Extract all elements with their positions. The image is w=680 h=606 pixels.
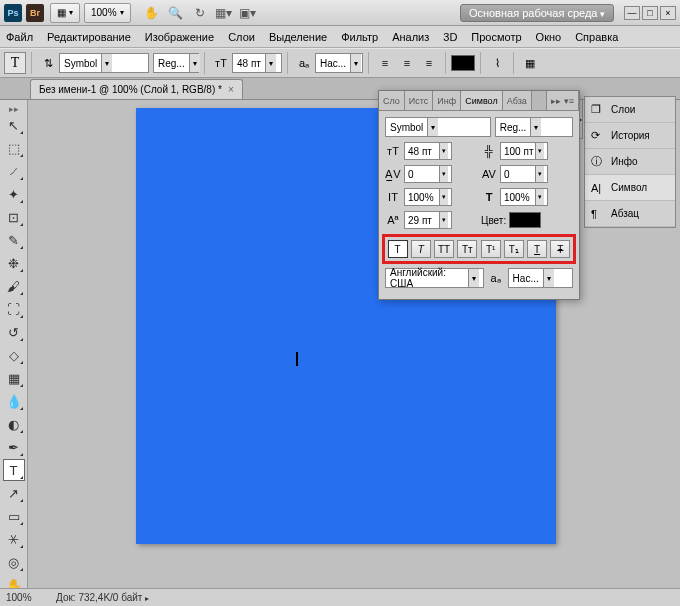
- text-orientation-toggle[interactable]: ⇅: [37, 53, 59, 73]
- font-style-select[interactable]: Reg...: [153, 53, 199, 73]
- panel-font-size[interactable]: 48 пт: [404, 142, 452, 160]
- panel-tab-history[interactable]: Истс: [405, 91, 434, 110]
- panel-icon: ⟳: [591, 129, 605, 142]
- style-underline-button[interactable]: T: [527, 240, 547, 258]
- menu-analysis[interactable]: Анализ: [392, 31, 429, 43]
- view-extras-dropdown[interactable]: ▦: [50, 3, 80, 23]
- canvas-area[interactable]: [28, 100, 680, 588]
- hand-tool-icon[interactable]: ✋: [141, 3, 163, 23]
- tool-blur[interactable]: 💧: [3, 390, 25, 412]
- tool-wand[interactable]: ✦: [3, 183, 25, 205]
- tool-path-sel[interactable]: ↗: [3, 482, 25, 504]
- toolbox-collapse-icon[interactable]: ▸▸: [9, 104, 19, 114]
- leading-icon: ╬: [481, 145, 497, 157]
- style-faux-bold-button[interactable]: T: [388, 240, 408, 258]
- minimize-button[interactable]: —: [624, 6, 640, 20]
- menu-filter[interactable]: Фильтр: [341, 31, 378, 43]
- align-left-button[interactable]: ≡: [374, 53, 396, 73]
- tool-type[interactable]: T: [3, 459, 25, 481]
- panel-baseline[interactable]: 29 пт: [404, 211, 452, 229]
- tool-crop[interactable]: ⊡: [3, 206, 25, 228]
- tool-gradient[interactable]: ▦: [3, 367, 25, 389]
- tool-stamp[interactable]: ⛶: [3, 298, 25, 320]
- bridge-icon[interactable]: Br: [26, 4, 44, 22]
- panel-font-style[interactable]: Reg...: [495, 117, 573, 137]
- font-family-select[interactable]: Symbol: [59, 53, 149, 73]
- rotate-view-icon[interactable]: ↻: [189, 3, 211, 23]
- tool-camera[interactable]: ◎: [3, 551, 25, 573]
- panel-leading[interactable]: 100 пт: [500, 142, 548, 160]
- tracking-icon: AV: [481, 168, 497, 180]
- close-tab-icon[interactable]: ×: [228, 84, 234, 95]
- panel-menu-icon[interactable]: ▸▸ ▾≡: [546, 91, 579, 110]
- panel-shortcut-Слои[interactable]: ❐Слои: [585, 97, 675, 123]
- align-center-button[interactable]: ≡: [396, 53, 418, 73]
- arrange-docs-icon[interactable]: ▦▾: [213, 3, 235, 23]
- menu-file[interactable]: Файл: [6, 31, 33, 43]
- panel-shortcut-Абзац[interactable]: ¶Абзац: [585, 201, 675, 227]
- panel-tab-character[interactable]: Символ: [461, 91, 502, 110]
- panel-tab-layers[interactable]: Сло: [379, 91, 405, 110]
- style-strikethrough-button[interactable]: Ŧ: [550, 240, 570, 258]
- menu-3d[interactable]: 3D: [443, 31, 457, 43]
- tool-eraser[interactable]: ◇: [3, 344, 25, 366]
- panel-kerning[interactable]: 0: [404, 165, 452, 183]
- style-all-caps-button[interactable]: TT: [434, 240, 454, 258]
- tool-eyedropper[interactable]: ✎: [3, 229, 25, 251]
- color-label: Цвет:: [481, 215, 506, 226]
- panel-shortcut-Символ[interactable]: A|Символ: [585, 175, 675, 201]
- tool-dodge[interactable]: ◐: [3, 413, 25, 435]
- panel-vscale[interactable]: 100%: [404, 188, 452, 206]
- panel-tracking[interactable]: 0: [500, 165, 548, 183]
- tool-lasso[interactable]: ⟋: [3, 160, 25, 182]
- align-right-button[interactable]: ≡: [418, 53, 440, 73]
- antialiasing-select[interactable]: Нас...: [315, 53, 363, 73]
- panel-shortcut-История[interactable]: ⟳История: [585, 123, 675, 149]
- style-faux-italic-button[interactable]: T: [411, 240, 431, 258]
- hscale-icon: T: [481, 191, 497, 203]
- status-zoom[interactable]: 100%: [6, 592, 56, 603]
- tool-heal[interactable]: ❉: [3, 252, 25, 274]
- menu-layer[interactable]: Слои: [228, 31, 255, 43]
- menu-window[interactable]: Окно: [536, 31, 562, 43]
- workspace-selector[interactable]: Основная рабочая среда: [460, 4, 614, 22]
- character-panel-toggle[interactable]: ▦: [519, 53, 541, 73]
- menu-view[interactable]: Просмотр: [471, 31, 521, 43]
- menu-help[interactable]: Справка: [575, 31, 618, 43]
- status-doc-info[interactable]: Док: 732,4K/0 байт: [56, 592, 149, 603]
- tool-shape[interactable]: ▭: [3, 505, 25, 527]
- warp-text-button[interactable]: ⌇: [486, 53, 508, 73]
- menu-select[interactable]: Выделение: [269, 31, 327, 43]
- menu-edit[interactable]: Редактирование: [47, 31, 131, 43]
- tool-3d[interactable]: ⚹: [3, 528, 25, 550]
- font-size-select[interactable]: 48 пт: [232, 53, 282, 73]
- tool-marquee[interactable]: ⬚: [3, 137, 25, 159]
- tool-history-brush[interactable]: ↺: [3, 321, 25, 343]
- panel-color-swatch[interactable]: [509, 212, 541, 228]
- statusbar: 100% Док: 732,4K/0 байт: [0, 588, 680, 606]
- style-small-caps-button[interactable]: Tт: [457, 240, 477, 258]
- menu-image[interactable]: Изображение: [145, 31, 214, 43]
- zoom-level-dropdown[interactable]: 100%: [84, 3, 131, 23]
- panel-hscale[interactable]: 100%: [500, 188, 548, 206]
- document-tab[interactable]: Без имени-1 @ 100% (Слой 1, RGB/8) * ×: [30, 79, 243, 99]
- active-tool-indicator[interactable]: T: [4, 52, 26, 74]
- panel-font-family[interactable]: Symbol: [385, 117, 491, 137]
- tool-brush[interactable]: 🖌: [3, 275, 25, 297]
- panel-tab-paragraph[interactable]: Абза: [503, 91, 532, 110]
- panel-label: Символ: [611, 182, 647, 193]
- tool-move[interactable]: ↖: [3, 114, 25, 136]
- style-superscript-button[interactable]: T¹: [481, 240, 501, 258]
- close-button[interactable]: ×: [660, 6, 676, 20]
- maximize-button[interactable]: □: [642, 6, 658, 20]
- panel-antialiasing[interactable]: Нас...: [508, 268, 573, 288]
- text-color-swatch[interactable]: [451, 55, 475, 71]
- panel-tab-info[interactable]: Инф: [433, 91, 461, 110]
- style-subscript-button[interactable]: T₁: [504, 240, 524, 258]
- tool-pen[interactable]: ✒: [3, 436, 25, 458]
- zoom-tool-icon[interactable]: 🔍: [165, 3, 187, 23]
- screen-mode-icon[interactable]: ▣▾: [237, 3, 259, 23]
- panel-icon: ⓘ: [591, 154, 605, 169]
- panel-language[interactable]: Английский: США: [385, 268, 484, 288]
- panel-shortcut-Инфо[interactable]: ⓘИнфо: [585, 149, 675, 175]
